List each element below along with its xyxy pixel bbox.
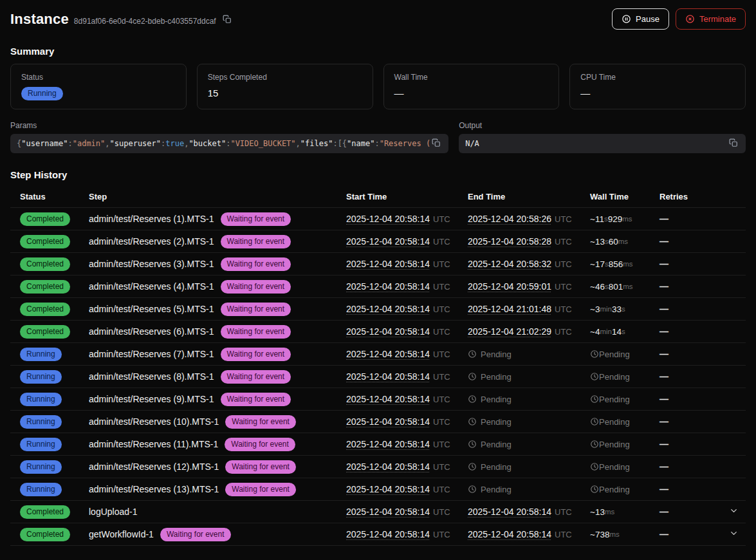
retries-cell: — (659, 462, 728, 472)
start-time: 2025-12-04 20:58:14 (346, 462, 430, 472)
copy-instance-id-button[interactable] (221, 14, 233, 27)
terminate-button-label: Terminate (699, 14, 736, 24)
start-time-cell: 2025-12-04 20:58:14UTC (346, 462, 468, 472)
status-cell: Completed (20, 505, 89, 519)
utc-label: UTC (555, 237, 572, 247)
clock-icon (468, 417, 477, 426)
wall-time-value: ~ (590, 530, 595, 539)
step-cell: admin/test/Reserves (5).MTS-1Waiting for… (89, 303, 346, 316)
expand-row-button[interactable] (728, 527, 740, 541)
utc-label: UTC (433, 304, 450, 314)
step-history-table: Status Step Start Time End Time Wall Tim… (10, 186, 746, 546)
pending-label: Pending (481, 462, 512, 472)
retries-cell: — (659, 214, 728, 224)
json-token: "files" (300, 139, 333, 148)
json-token: : (333, 139, 337, 148)
step-status-badge: Running (20, 393, 62, 406)
start-time: 2025-12-04 20:58:14 (346, 507, 430, 517)
wall-time-unit: ms (623, 260, 632, 268)
step-cell: admin/test/Reserves (8).MTS-1Waiting for… (89, 370, 346, 384)
copy-output-button[interactable] (728, 137, 739, 151)
pending-label: Pending (481, 440, 512, 449)
step-cell: admin/test/Reserves (9).MTS-1Waiting for… (89, 393, 346, 406)
column-header-status: Status (20, 192, 89, 201)
status-cell: Completed (20, 325, 89, 339)
status-cell: Completed (20, 303, 89, 316)
retries-cell: — (659, 507, 728, 517)
status-cell: Running (20, 370, 89, 384)
expand-row-button[interactable] (728, 505, 740, 519)
wall-time-value: 738 (595, 530, 610, 539)
clock-icon (590, 417, 599, 426)
wall-time-cell: Pending (590, 350, 659, 359)
header-actions: Pause Terminate (612, 8, 746, 30)
summary-heading: Summary (10, 46, 746, 57)
waiting-for-event-badge: Waiting for event (221, 325, 291, 339)
start-time: 2025-12-04 20:58:14 (346, 304, 430, 314)
status-badge-wrap: Running (21, 87, 176, 100)
start-time: 2025-12-04 20:58:14 (346, 326, 430, 337)
summary-card-steps-completed: Steps Completed 15 (197, 64, 373, 109)
summary-cards: Status Running Steps Completed 15 Wall T… (10, 64, 746, 109)
wall-time-unit: ms (618, 238, 628, 245)
pending-label: Pending (481, 395, 512, 404)
retries-cell: — (659, 416, 728, 427)
wall-time-value: ~ (590, 304, 595, 314)
utc-label: UTC (433, 440, 450, 449)
status-cell: Running (20, 415, 89, 429)
copy-icon (432, 138, 441, 149)
column-header-step: Step (89, 192, 346, 201)
waiting-for-event-badge: Waiting for event (221, 235, 291, 248)
pending-label: Pending (599, 372, 630, 382)
clock-icon (468, 395, 477, 404)
table-row: Runningadmin/test/Reserves (12).MTS-1Wai… (10, 456, 746, 478)
wall-time-value: 60 (609, 237, 618, 247)
column-header-end-time: End Time (468, 192, 590, 201)
wall-time-cell: Pending (590, 395, 659, 404)
table-row: Completedadmin/test/Reserves (2).MTS-1Wa… (10, 230, 746, 253)
step-cell: admin/test/Reserves (12).MTS-1Waiting fo… (89, 460, 346, 474)
wall-time-unit: ms (609, 530, 619, 538)
end-time-cell: 2025-12-04 20:58:14UTC (468, 529, 590, 539)
utc-label: UTC (555, 327, 572, 337)
start-time: 2025-12-04 20:58:14 (346, 281, 430, 292)
start-time-cell: 2025-12-04 20:58:14UTC (346, 371, 468, 382)
wall-time-value: 3 (595, 304, 600, 314)
terminate-button[interactable]: Terminate (676, 8, 746, 30)
summary-card-cpu-time: CPU Time — (569, 64, 746, 109)
wall-time-value: 11 (595, 214, 604, 224)
wall-time-unit: ms (622, 215, 632, 223)
step-status-badge: Completed (20, 257, 70, 271)
clock-icon (590, 440, 599, 449)
params-code-box: {"username":"admin","superuser":true,"bu… (10, 134, 448, 153)
table-row: Completedadmin/test/Reserves (3).MTS-1Wa… (10, 253, 746, 275)
pending-label: Pending (599, 440, 630, 449)
utc-label: UTC (433, 237, 450, 247)
retries-cell: — (659, 281, 728, 292)
json-token: "username" (21, 139, 68, 148)
step-name: admin/test/Reserves (2).MTS-1 (89, 236, 214, 247)
step-name: admin/test/Reserves (13).MTS-1 (89, 484, 219, 494)
start-time-cell: 2025-12-04 20:58:14UTC (346, 259, 468, 269)
status-cell: Running (20, 393, 89, 406)
wall-time-cell: ~ 17 s 856 ms (590, 259, 659, 269)
copy-params-button[interactable] (430, 137, 442, 151)
cpu-time-value: — (580, 88, 735, 98)
clock-icon (468, 372, 477, 381)
params-label: Params (10, 121, 448, 130)
wall-time-cell: ~ 13 ms (590, 507, 659, 517)
column-header-retries: Retries (659, 192, 728, 201)
table-row: Runningadmin/test/Reserves (8).MTS-1Wait… (10, 366, 746, 388)
wall-time-cell: Pending (590, 462, 659, 472)
json-token: , (296, 139, 300, 148)
table-row: Completedadmin/test/Reserves (4).MTS-1Wa… (10, 275, 746, 298)
params-code: {"username":"admin","superuser":true,"bu… (17, 139, 430, 148)
wall-time-value: ~ (590, 507, 595, 517)
start-time-cell: 2025-12-04 20:58:14UTC (346, 236, 468, 247)
step-name: admin/test/Reserves (9).MTS-1 (89, 394, 214, 404)
wall-time-value: 801 (609, 282, 623, 292)
pause-button[interactable]: Pause (612, 8, 669, 30)
wall-time-cell: Pending (590, 417, 659, 427)
wall-time-unit: s (622, 328, 625, 335)
wall-time-cell: Pending (590, 372, 659, 382)
